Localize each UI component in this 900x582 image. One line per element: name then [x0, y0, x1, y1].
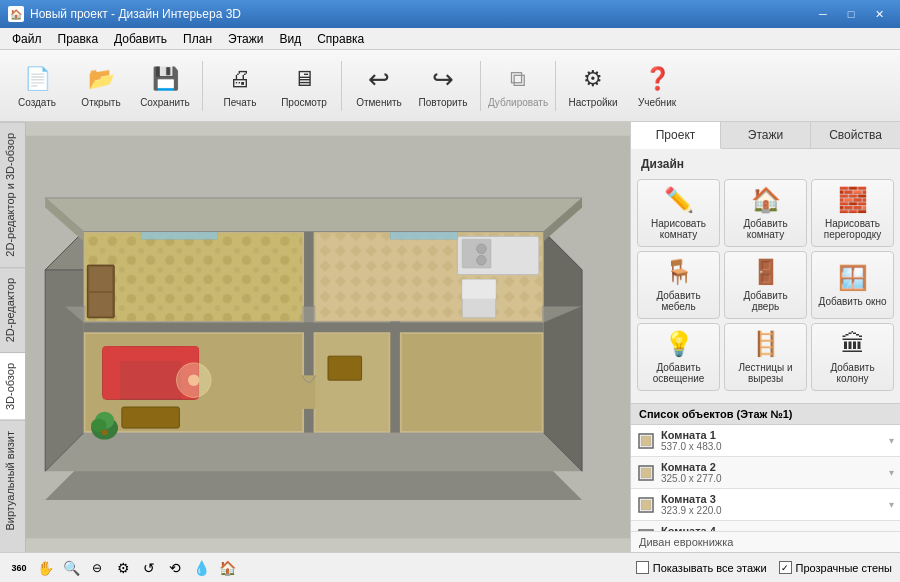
room-dims-3: 323.9 x 220.0: [661, 505, 889, 516]
save-icon: 💾: [149, 63, 181, 95]
right-panel: Проект Этажи Свойства Дизайн ✏️ Нарисова…: [630, 122, 900, 552]
menu-plan[interactable]: План: [175, 30, 220, 48]
separator-1: [202, 61, 203, 111]
duplicate-button[interactable]: ⧉ Дублировать: [487, 55, 549, 117]
rotate-button[interactable]: ⟲: [164, 557, 186, 579]
canvas-area[interactable]: [26, 122, 630, 552]
pan-tool-button[interactable]: ✋: [34, 557, 56, 579]
tab-2d-3d[interactable]: 2D-редактор и 3D-обзор: [0, 122, 25, 267]
tab-2d[interactable]: 2D-редактор: [0, 267, 25, 352]
svg-rect-28: [102, 430, 108, 435]
add-column-button[interactable]: 🏛 Добавить колону: [811, 323, 894, 391]
right-panel-tabs: Проект Этажи Свойства: [631, 122, 900, 149]
tutorial-button[interactable]: ❓ Учебник: [626, 55, 688, 117]
print-button[interactable]: 🖨 Печать: [209, 55, 271, 117]
design-header: Дизайн: [637, 155, 894, 173]
settings-label: Настройки: [568, 97, 617, 108]
stairs-icon: 🪜: [751, 330, 781, 358]
list-item[interactable]: Комната 2 325.0 x 277.0 ▾: [631, 457, 900, 489]
menu-add[interactable]: Добавить: [106, 30, 175, 48]
360-view-button[interactable]: 360: [8, 557, 30, 579]
save-label: Сохранить: [140, 97, 190, 108]
settings-button[interactable]: ⚙ Настройки: [562, 55, 624, 117]
add-door-button[interactable]: 🚪 Добавить дверь: [724, 251, 807, 319]
room-name-3: Комната 3: [661, 493, 889, 505]
reset-view-button[interactable]: ↺: [138, 557, 160, 579]
room-icon-2: [637, 464, 655, 482]
menu-edit[interactable]: Правка: [50, 30, 107, 48]
design-grid: ✏️ Нарисовать комнату 🏠 Добавить комнату…: [637, 179, 894, 391]
add-furniture-icon: 🪑: [664, 258, 694, 286]
redo-label: Повторить: [419, 97, 468, 108]
create-icon: 📄: [21, 63, 53, 95]
settings-icon: ⚙: [577, 63, 609, 95]
toolbar: 📄 Создать 📂 Открыть 💾 Сохранить 🖨 Печать…: [0, 50, 900, 122]
add-column-icon: 🏛: [841, 330, 865, 358]
expand-icon-2: ▾: [889, 467, 894, 478]
svg-rect-41: [390, 232, 457, 240]
minimize-button[interactable]: ─: [810, 4, 836, 24]
transparent-walls-checkbox[interactable]: ✓: [779, 561, 792, 574]
app-icon: 🏠: [8, 6, 24, 22]
help-icon: ❓: [641, 63, 673, 95]
menu-view[interactable]: Вид: [271, 30, 309, 48]
menu-help[interactable]: Справка: [309, 30, 372, 48]
save-button[interactable]: 💾 Сохранить: [134, 55, 196, 117]
add-furniture-button[interactable]: 🪑 Добавить мебель: [637, 251, 720, 319]
svg-rect-35: [462, 239, 491, 268]
open-button[interactable]: 📂 Открыть: [70, 55, 132, 117]
separator-4: [555, 61, 556, 111]
add-light-icon: 💡: [664, 330, 694, 358]
svg-marker-51: [45, 198, 582, 232]
draw-room-button[interactable]: ✏️ Нарисовать комнату: [637, 179, 720, 247]
tab-properties[interactable]: Свойства: [811, 122, 900, 148]
preview-label: Просмотр: [281, 97, 327, 108]
add-room-icon: 🏠: [751, 186, 781, 214]
design-section: Дизайн ✏️ Нарисовать комнату 🏠 Добавить …: [631, 149, 900, 403]
menu-floors[interactable]: Этажи: [220, 30, 271, 48]
undo-icon: ↩: [363, 63, 395, 95]
tab-project[interactable]: Проект: [631, 122, 721, 149]
material-button[interactable]: 💧: [190, 557, 212, 579]
preview-button[interactable]: 🖥 Просмотр: [273, 55, 335, 117]
svg-point-36: [477, 244, 487, 254]
tab-3d[interactable]: 3D-обзор: [0, 352, 25, 420]
transparent-walls-label: Прозрачные стены: [796, 562, 892, 574]
undo-button[interactable]: ↩ Отменить: [348, 55, 410, 117]
add-room-label: Добавить комнату: [729, 218, 802, 240]
open-label: Открыть: [81, 97, 120, 108]
main-container: 2D-редактор и 3D-обзор 2D-редактор 3D-об…: [0, 122, 900, 552]
add-furniture-label: Добавить мебель: [642, 290, 715, 312]
room-dims-2: 325.0 x 277.0: [661, 473, 889, 484]
tutorial-label: Учебник: [638, 97, 676, 108]
separator-2: [341, 61, 342, 111]
close-button[interactable]: ✕: [866, 4, 892, 24]
add-room-button[interactable]: 🏠 Добавить комнату: [724, 179, 807, 247]
home-view-button[interactable]: 🏠: [216, 557, 238, 579]
redo-button[interactable]: ↪ Повторить: [412, 55, 474, 117]
status-bar: 360 ✋ 🔍 ⊖ ⚙ ↺ ⟲ 💧 🏠 Показывать все этажи…: [0, 552, 900, 582]
svg-rect-55: [641, 436, 651, 446]
menu-file[interactable]: Файл: [4, 30, 50, 48]
add-window-button[interactable]: 🪟 Добавить окно: [811, 251, 894, 319]
list-item[interactable]: Комната 3 323.9 x 220.0 ▾: [631, 489, 900, 521]
create-button[interactable]: 📄 Создать: [6, 55, 68, 117]
maximize-button[interactable]: □: [838, 4, 864, 24]
show-floors-label: Показывать все этажи: [653, 562, 767, 574]
tab-virtual[interactable]: Виртуальный визит: [0, 420, 25, 541]
title-bar: 🏠 Новый проект - Дизайн Интерьера 3D ─ □…: [0, 0, 900, 28]
settings-tool-button[interactable]: ⚙: [112, 557, 134, 579]
stairs-cuts-button[interactable]: 🪜 Лестницы и вырезы: [724, 323, 807, 391]
add-light-button[interactable]: 💡 Добавить освещение: [637, 323, 720, 391]
stairs-cuts-label: Лестницы и вырезы: [729, 362, 802, 384]
add-window-icon: 🪟: [838, 264, 868, 292]
zoom-out-button[interactable]: ⊖: [86, 557, 108, 579]
tab-floors[interactable]: Этажи: [721, 122, 811, 148]
list-item[interactable]: Комната 1 537.0 x 483.0 ▾: [631, 425, 900, 457]
show-floors-checkbox[interactable]: [636, 561, 649, 574]
draw-partition-button[interactable]: 🧱 Нарисовать перегородку: [811, 179, 894, 247]
svg-rect-59: [641, 500, 651, 510]
zoom-in-button[interactable]: 🔍: [60, 557, 82, 579]
list-item[interactable]: Комната 4 175.0 x 175.0 ▾: [631, 521, 900, 531]
svg-rect-42: [300, 375, 315, 409]
